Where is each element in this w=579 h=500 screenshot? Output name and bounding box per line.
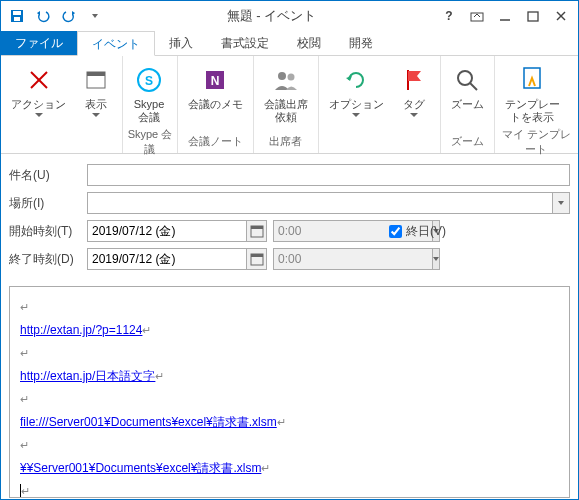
svg-point-16 <box>278 72 286 80</box>
paragraph-mark: ↵ <box>20 347 29 359</box>
recurrence-icon <box>340 64 372 96</box>
start-label: 開始時刻(T) <box>9 223 81 240</box>
paragraph-mark: ↵ <box>20 301 29 313</box>
ribbon: アクション 表示 S Skype 会議 Skype 会議 N 会議のメモ 会議ノ… <box>1 56 578 154</box>
end-time-input[interactable] <box>273 248 432 270</box>
paragraph-mark: ↵ <box>20 439 29 451</box>
tab-file[interactable]: ファイル <box>1 31 77 55</box>
people-icon <box>270 64 302 96</box>
hyperlink[interactable]: ¥¥Server001¥Documents¥excel¥請求書.xlsm <box>20 461 261 475</box>
calendar-icon <box>250 252 264 266</box>
ribbon-tabs: ファイル イベント 挿入 書式設定 校閲 開発 <box>1 31 578 56</box>
start-date-input[interactable] <box>87 220 246 242</box>
location-input[interactable] <box>87 192 552 214</box>
allday-checkbox[interactable]: 終日(V) <box>389 223 446 240</box>
show-button[interactable]: 表示 <box>74 62 118 119</box>
svg-point-17 <box>287 74 294 81</box>
group-template: マイ テンプレート <box>499 126 574 159</box>
delete-icon <box>23 64 55 96</box>
show-icon <box>80 64 112 96</box>
hyperlink[interactable]: http://extan.jp/?p=1124 <box>20 323 142 337</box>
event-form: 件名(U) 場所(I) 開始時刻(T) 終日(V) 終了時刻(D) <box>1 154 578 282</box>
start-date-picker-button[interactable] <box>246 220 267 242</box>
hyperlink[interactable]: file:///Server001¥Documents¥excel¥請求書.xl… <box>20 415 277 429</box>
minimize-icon[interactable] <box>492 5 518 27</box>
tags-button[interactable]: タグ <box>392 62 436 119</box>
maximize-icon[interactable] <box>520 5 546 27</box>
group-zoom: ズーム <box>445 133 490 151</box>
end-date-input[interactable] <box>87 248 246 270</box>
end-time-dropdown-button[interactable] <box>432 248 440 270</box>
help-icon[interactable]: ? <box>436 5 462 27</box>
tab-develop[interactable]: 開発 <box>335 31 387 55</box>
hyperlink[interactable]: http://extan.jp/日本語文字 <box>20 369 155 383</box>
allday-label: 終日(V) <box>406 223 446 240</box>
location-dropdown-button[interactable] <box>552 192 570 214</box>
event-body-editor[interactable]: ↵ http://extan.jp/?p=1124↵ ↵ http://exta… <box>9 286 570 498</box>
onenote-icon: N <box>199 64 231 96</box>
svg-line-20 <box>470 83 477 90</box>
svg-point-19 <box>458 71 472 85</box>
ribbon-options-icon[interactable] <box>464 5 490 27</box>
undo-icon[interactable] <box>31 4 55 28</box>
subject-input[interactable] <box>87 164 570 186</box>
window-controls: ? <box>436 5 574 27</box>
options-button[interactable]: オプション <box>323 62 390 119</box>
save-icon[interactable] <box>5 4 29 28</box>
location-label: 場所(I) <box>9 195 81 212</box>
qat-dropdown-icon[interactable] <box>83 4 107 28</box>
quick-access-toolbar <box>5 4 107 28</box>
end-date-picker-button[interactable] <box>246 248 267 270</box>
svg-text:S: S <box>145 74 153 88</box>
subject-label: 件名(U) <box>9 167 81 184</box>
paragraph-mark: ↵ <box>20 393 29 405</box>
svg-text:N: N <box>211 74 220 88</box>
tab-insert[interactable]: 挿入 <box>155 31 207 55</box>
skype-meeting-button[interactable]: S Skype 会議 <box>127 62 171 126</box>
svg-rect-25 <box>251 254 263 257</box>
svg-rect-5 <box>528 12 538 21</box>
group-skype: Skype 会議 <box>127 126 173 159</box>
svg-rect-23 <box>251 226 263 229</box>
tab-event[interactable]: イベント <box>77 31 155 56</box>
title-bar: 無題 - イベント ? <box>1 1 578 31</box>
meeting-notes-button[interactable]: N 会議のメモ <box>182 62 249 113</box>
allday-checkbox-input[interactable] <box>389 225 402 238</box>
zoom-icon <box>451 64 483 96</box>
redo-icon[interactable] <box>57 4 81 28</box>
tab-review[interactable]: 校閲 <box>283 31 335 55</box>
svg-rect-2 <box>14 17 20 21</box>
attendees-button[interactable]: 会議出席 依頼 <box>258 62 314 126</box>
actions-button[interactable]: アクション <box>5 62 72 119</box>
svg-rect-1 <box>13 11 21 15</box>
group-notes: 会議ノート <box>182 133 249 151</box>
svg-rect-11 <box>87 72 105 76</box>
window-title: 無題 - イベント <box>107 7 436 25</box>
tab-format[interactable]: 書式設定 <box>207 31 283 55</box>
flag-icon <box>398 64 430 96</box>
skype-icon: S <box>133 64 165 96</box>
group-attendees: 出席者 <box>258 133 314 151</box>
close-icon[interactable] <box>548 5 574 27</box>
end-label: 終了時刻(D) <box>9 251 81 268</box>
calendar-icon <box>250 224 264 238</box>
zoom-button[interactable]: ズーム <box>445 62 490 113</box>
template-button[interactable]: テンプレー トを表示 <box>499 62 566 126</box>
template-icon <box>516 64 548 96</box>
